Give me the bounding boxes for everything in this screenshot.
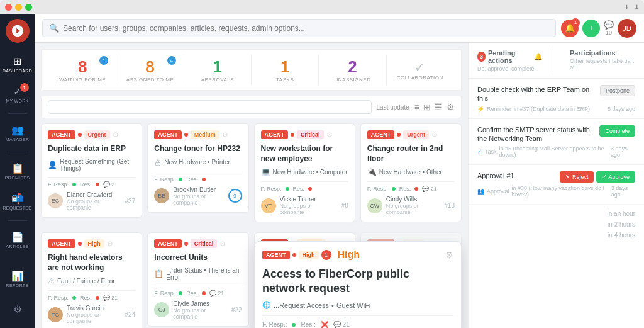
card-avatar-4: CW bbox=[367, 198, 382, 213]
card-type-icon-5: ⚠ bbox=[48, 276, 55, 285]
right-panel: 3 Pending actions 🔔 Do, approve, complet… bbox=[468, 43, 644, 328]
card-avatar-5: TG bbox=[48, 307, 63, 322]
sidebar-item-manager[interactable]: 👥 MANAGER bbox=[4, 119, 31, 147]
notification-btn[interactable]: 🔔 1 bbox=[561, 20, 579, 37]
card-user-info-5: Travis Garcia No groups or companie bbox=[67, 305, 121, 324]
stat-waiting[interactable]: 1 8 WAITING FOR ME bbox=[49, 55, 116, 85]
priority-critical-3: Critical bbox=[297, 130, 324, 139]
min-btn[interactable] bbox=[15, 4, 22, 11]
card-settings-5[interactable]: ⚙ bbox=[107, 240, 113, 248]
close-btn[interactable] bbox=[5, 4, 12, 11]
tasks-label: TASKS bbox=[276, 77, 294, 82]
action-meta-2: ✓ Task in #6 (Incoming Mail Server appea… bbox=[477, 145, 635, 158]
card-number-5: #24 bbox=[125, 311, 136, 318]
card-incorrect-units: AGENT Critical ⚙ Incorrect Units 📋 ...rd… bbox=[147, 232, 248, 327]
agent-badge-5: AGENT bbox=[48, 239, 75, 248]
res-label-3: Res. bbox=[293, 186, 305, 192]
time-slot-3: in 4 hours bbox=[477, 232, 635, 239]
f-resp-label-6: F. Resp. bbox=[154, 290, 175, 297]
card-user-name-4: Cindy Wills bbox=[386, 196, 441, 203]
tasks-number: 1 bbox=[280, 57, 289, 77]
action-time-1: 5 days ago bbox=[608, 106, 635, 112]
sidebar-label-manager: MANAGER bbox=[6, 137, 30, 142]
filter-icon-list[interactable]: ☰ bbox=[435, 102, 443, 112]
stat-approvals[interactable]: 1 APPROVALS bbox=[184, 55, 252, 85]
priority-critical-6: Critical bbox=[191, 239, 218, 248]
postpone-btn[interactable]: Postpone bbox=[600, 85, 635, 96]
card-header-3: AGENT Critical ⚙ bbox=[261, 130, 348, 139]
sidebar-item-mywork[interactable]: 1 ✓ MY WORK bbox=[4, 81, 31, 108]
action-meta-3: 👥 Approval in #38 (How many vacation day… bbox=[477, 185, 635, 198]
card-type-label-3: New Hardware • Computer bbox=[273, 169, 348, 176]
counter-num: 10 bbox=[606, 30, 612, 36]
user-avatar[interactable]: JD bbox=[618, 19, 636, 38]
sidebar-item-articles[interactable]: 📄 ARTICLES bbox=[4, 226, 31, 254]
complete-btn[interactable]: Complete bbox=[599, 125, 635, 137]
sidebar-item-dashboard[interactable]: ⊞ DASHBOARD bbox=[4, 50, 31, 78]
search-icon: 🔍 bbox=[49, 23, 59, 33]
sidebar-item-promises[interactable]: 📋 PROMISES bbox=[4, 157, 31, 185]
search-input[interactable] bbox=[63, 24, 549, 33]
approvals-label: APPROVALS bbox=[201, 77, 234, 82]
card-elevators: AGENT High ⚙ Right hand elevators are no… bbox=[41, 232, 142, 328]
res-label-5: Res. bbox=[80, 295, 92, 301]
filter-search-input[interactable] bbox=[48, 100, 372, 114]
card-type-4: 🔌 New Hardware • Other bbox=[367, 167, 455, 176]
card-footer-2: BB Brooklyn Butler No groups or companie… bbox=[154, 186, 242, 206]
filter-icon-grid[interactable]: ⊞ bbox=[423, 102, 431, 112]
popup-gear-icon[interactable]: ⚙ bbox=[445, 250, 453, 260]
reports-icon: 📊 bbox=[11, 270, 24, 282]
sidebar-item-settings[interactable]: ⚙ bbox=[4, 295, 31, 323]
card-settings-2[interactable]: ⚙ bbox=[222, 131, 228, 139]
card-settings-3[interactable]: ⚙ bbox=[326, 131, 333, 139]
add-btn[interactable]: + bbox=[582, 20, 600, 37]
card-settings-6[interactable]: ⚙ bbox=[219, 240, 226, 248]
approve-btn[interactable]: ✓ Approve bbox=[596, 171, 635, 183]
sidebar: ⊞ DASHBOARD 1 ✓ MY WORK 👥 MANAGER 📋 PROM… bbox=[0, 14, 35, 328]
card-settings-1[interactable]: ⚙ bbox=[113, 131, 119, 139]
card-footer-3: VT Vickie Turner No groups or companie #… bbox=[261, 196, 348, 215]
card-settings-4[interactable]: ⚙ bbox=[431, 131, 438, 139]
count-label-1: 💬 2 bbox=[103, 181, 115, 188]
card-user-group-1: No groups or companie bbox=[67, 198, 121, 211]
rp-pending-title: 3 Pending actions 🔔 bbox=[477, 49, 543, 64]
card-title-3: New workstation for new employee bbox=[261, 144, 348, 164]
filter-bar: Last update ≡ ⊞ ☰ ⚙ bbox=[41, 96, 462, 118]
action-meta-1: ⚡ Reminder in #37 (Duplicate data in ERP… bbox=[477, 106, 635, 112]
res-dot-6 bbox=[202, 291, 206, 295]
time-slot-1: in an hour bbox=[477, 210, 635, 217]
action-time-2: 3 days ago bbox=[611, 145, 635, 158]
popup-meta: F. Resp.: Res.: ❌ 💬 21 bbox=[262, 315, 453, 328]
stat-assigned[interactable]: 4 8 ASSIGNED TO ME bbox=[116, 55, 184, 85]
agent-dot-4 bbox=[397, 133, 401, 137]
stat-unassigned[interactable]: 2 UNASSIGNED bbox=[319, 55, 386, 85]
search-box[interactable]: 🔍 bbox=[42, 19, 556, 37]
reject-btn[interactable]: ✕ Reject bbox=[560, 171, 594, 183]
max-btn[interactable] bbox=[25, 4, 32, 11]
card-type-label-6: ...rder Status • There is an Error bbox=[166, 267, 242, 281]
card-number-6: #22 bbox=[231, 307, 242, 314]
sidebar-item-reports[interactable]: 📊 REPORTS bbox=[4, 265, 31, 293]
stat-collaboration[interactable]: ✓ COLLABORATION bbox=[387, 57, 453, 83]
filter-icon-sort[interactable]: ≡ bbox=[414, 102, 419, 112]
stats-bar: 1 8 WAITING FOR ME 4 8 ASSIGNED TO ME 1 … bbox=[41, 49, 462, 91]
priority-medium-2: Medium bbox=[191, 130, 219, 139]
filter-icon-settings[interactable]: ⚙ bbox=[447, 102, 455, 112]
stat-tasks[interactable]: 1 TASKS bbox=[252, 55, 319, 85]
action-meta-type-2: Task bbox=[485, 149, 497, 155]
card-footer-1: EC Elanor Crawford No groups or companie… bbox=[48, 191, 135, 211]
kanban-row-1: AGENT Urgent ⚙ Duplicate data in ERP 👤 R… bbox=[41, 123, 462, 227]
card-user-group-4: No groups or companie bbox=[386, 203, 441, 215]
notification-badge: 1 bbox=[571, 18, 580, 27]
topbar: 🔍 🔔 1 + 💬 10 JD bbox=[35, 14, 644, 43]
card-header-2: AGENT Medium ⚙ bbox=[154, 130, 242, 139]
left-panel: 1 8 WAITING FOR ME 4 8 ASSIGNED TO ME 1 … bbox=[35, 43, 468, 328]
card-circular-2: 9 bbox=[228, 189, 242, 203]
card-user-group-6: No groups or companie bbox=[173, 307, 228, 320]
action-header-1: Double check with the ERP Team on this P… bbox=[477, 85, 635, 103]
app-logo[interactable] bbox=[6, 19, 30, 43]
sidebar-item-requested[interactable]: 📬 REQUESTED bbox=[4, 188, 31, 215]
rp-divider bbox=[553, 49, 553, 72]
card-footer-6: CJ Clyde James No groups or companie #22 bbox=[154, 300, 242, 320]
card-type-label-2: New Hardware • Printer bbox=[164, 159, 230, 166]
